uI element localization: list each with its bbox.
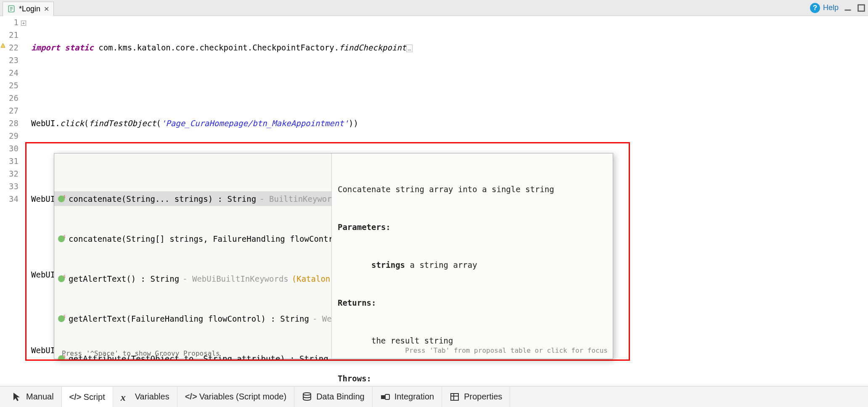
code-icon: </> bbox=[185, 392, 195, 402]
method-icon: S bbox=[58, 195, 65, 203]
doc-returns-heading: Returns: bbox=[338, 298, 376, 307]
editor-tab-login[interactable]: *Login ✕ bbox=[3, 2, 54, 16]
variable-icon: x bbox=[121, 392, 131, 402]
line-gutter: 1 21 22 23 24 25 26 27 28 29 30 31 32 33… bbox=[6, 16, 21, 386]
svg-text:S: S bbox=[64, 195, 65, 199]
doc-summary: Concatenate string array into a single s… bbox=[338, 183, 607, 196]
doc-throws-heading: Throws: bbox=[338, 374, 371, 383]
annotation-column bbox=[0, 16, 6, 386]
autocomplete-item[interactable]: SgetAlertText(FailureHandling flowContro… bbox=[54, 311, 331, 326]
method-icon: S bbox=[58, 315, 65, 322]
expand-fold-icon[interactable]: + bbox=[21, 21, 26, 26]
autocomplete-list[interactable]: Sconcatenate(String... strings) : String… bbox=[54, 153, 331, 359]
svg-rect-6 bbox=[845, 9, 851, 11]
svg-text:S: S bbox=[64, 275, 65, 279]
doc-footer-hint: Press 'Tab' from proposal table or click… bbox=[405, 344, 608, 357]
fold-column: + bbox=[21, 16, 28, 386]
database-icon bbox=[302, 392, 312, 402]
close-icon[interactable]: ✕ bbox=[44, 5, 49, 13]
cursor-icon bbox=[12, 392, 22, 402]
autocomplete-popup: Sconcatenate(String... strings) : String… bbox=[54, 153, 613, 359]
tab-variables[interactable]: x Variables bbox=[113, 387, 177, 407]
method-icon: S bbox=[58, 275, 65, 283]
method-icon: S bbox=[58, 235, 65, 243]
tab-script[interactable]: </> Script bbox=[62, 387, 113, 407]
minimize-icon[interactable] bbox=[844, 4, 852, 12]
code-icon: </> bbox=[69, 392, 79, 402]
code-editor[interactable]: 1 21 22 23 24 25 26 27 28 29 30 31 32 33… bbox=[0, 16, 868, 386]
svg-rect-7 bbox=[858, 5, 865, 11]
autocomplete-item[interactable]: SgetAlertText() : String - WebUiBuiltInK… bbox=[54, 271, 331, 286]
warning-marker-icon[interactable] bbox=[0, 43, 5, 48]
help-button[interactable]: ? Help bbox=[810, 3, 839, 13]
autocomplete-item[interactable]: Sconcatenate(String... strings) : String… bbox=[54, 191, 331, 206]
svg-point-34 bbox=[303, 393, 311, 395]
tab-manual[interactable]: Manual bbox=[4, 387, 62, 407]
code-area[interactable]: import static com.kms.katalon.core.check… bbox=[28, 16, 868, 386]
doc-panel: Concatenate string array into a single s… bbox=[331, 153, 613, 359]
autocomplete-item[interactable]: Sconcatenate(String[] strings, FailureHa… bbox=[54, 231, 331, 246]
tab-title: *Login bbox=[19, 5, 40, 13]
editor-toolbar: *Login ✕ ? Help bbox=[0, 0, 868, 16]
doc-params-heading: Parameters: bbox=[338, 222, 391, 232]
autocomplete-hint-left: Press '^Space' to show Groovy Proposals bbox=[54, 348, 228, 359]
tab-variables-script[interactable]: </> Variables (Script mode) bbox=[177, 387, 294, 407]
svg-text:S: S bbox=[64, 235, 65, 239]
svg-text:S: S bbox=[64, 315, 65, 319]
svg-text:?: ? bbox=[813, 3, 818, 12]
testcase-file-icon bbox=[7, 5, 16, 13]
help-icon: ? bbox=[810, 3, 820, 13]
maximize-icon[interactable] bbox=[857, 4, 865, 12]
